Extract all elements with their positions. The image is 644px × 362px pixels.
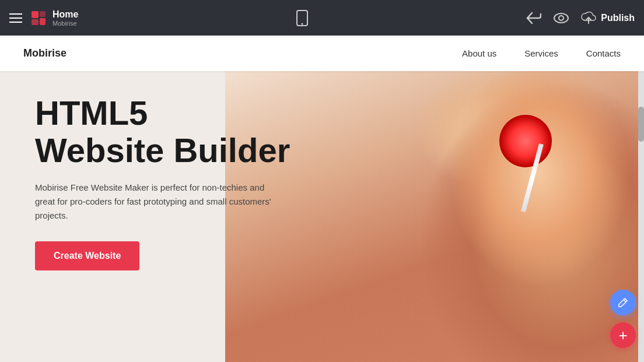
svg-point-5 — [302, 23, 303, 24]
hero-content: HTML5 Website Builder Mobirise Free Webs… — [0, 71, 354, 294]
publish-label: Publish — [601, 13, 635, 23]
device-preview-icon[interactable] — [295, 10, 309, 26]
svg-point-6 — [554, 13, 568, 23]
topbar-right: Publish — [526, 12, 635, 24]
topbar-center — [78, 10, 526, 26]
svg-rect-1 — [32, 19, 38, 25]
topbar: Home Mobirise — [0, 0, 644, 36]
svg-point-7 — [559, 16, 564, 20]
nav-link-contacts[interactable]: Contacts — [586, 48, 621, 58]
hero-description: Mobirise Free Website Maker is perfect f… — [35, 181, 280, 223]
nav-brand: Mobirise — [23, 47, 66, 59]
nav-links: About us Services Contacts — [462, 48, 621, 58]
hamburger-icon[interactable] — [9, 13, 22, 23]
svg-rect-3 — [40, 18, 46, 25]
nav-link-about[interactable]: About us — [462, 48, 496, 58]
app-subtitle: Mobirise — [52, 20, 78, 27]
hero-title: HTML5 Website Builder — [35, 94, 319, 169]
hero-section: HTML5 Website Builder Mobirise Free Webs… — [0, 71, 644, 362]
add-fab-button[interactable]: + — [610, 322, 636, 348]
hero-title-line2: Website Builder — [35, 131, 290, 169]
scrollbar[interactable] — [638, 71, 644, 362]
logo-text: Home Mobirise — [52, 9, 78, 27]
hero-title-line1: HTML5 — [35, 94, 148, 132]
edit-fab-button[interactable] — [610, 290, 636, 315]
app-logo: Home Mobirise — [29, 9, 78, 27]
app-title: Home — [52, 9, 78, 20]
add-icon: + — [618, 326, 627, 345]
navbar: Mobirise About us Services Contacts — [0, 36, 644, 71]
mobirise-logo-icon — [29, 9, 48, 27]
back-icon[interactable] — [526, 12, 541, 24]
svg-rect-2 — [40, 11, 46, 17]
topbar-left: Home Mobirise — [9, 9, 78, 27]
nav-link-services[interactable]: Services — [524, 48, 558, 58]
preview-icon[interactable] — [553, 13, 569, 23]
scrollbar-thumb[interactable] — [638, 107, 644, 142]
create-website-button[interactable]: Create Website — [35, 241, 139, 270]
publish-button[interactable]: Publish — [581, 12, 635, 24]
svg-rect-0 — [32, 11, 38, 18]
